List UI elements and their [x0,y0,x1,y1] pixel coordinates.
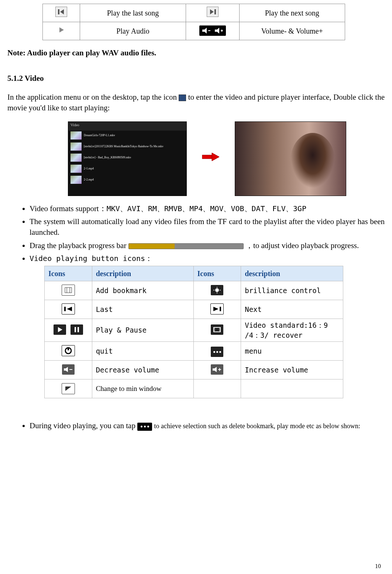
menu-icon [211,347,223,357]
during-a: During video playing, you can tap [30,421,137,430]
empty-desc-cell [241,379,343,398]
brilliance-icon [211,285,223,295]
bullet-auto-load: The system will automatically load any v… [30,216,385,238]
video-intro-a: In the application menu or on the deskto… [7,93,179,102]
svg-marker-4 [59,27,64,32]
svg-rect-3 [214,9,216,14]
file-name: 2-1.mp4 [84,166,94,171]
svg-marker-2 [210,9,214,14]
desc: Add bookmark [92,281,193,300]
prev-song-icon-cell [43,4,80,22]
svg-marker-22 [213,307,219,311]
drag-a: Drag the playback progress bar [30,241,128,250]
th-icons: Icons [45,266,92,281]
svg-marker-32 [213,367,217,372]
volume-icons-cell [186,22,239,40]
progress-bar-icon [128,243,244,249]
svg-rect-12 [65,288,72,293]
video-intro-b: to enter the video and picture player in… [188,93,333,102]
audio-icons-table: Play the last song Play the next song Pl… [42,4,345,40]
svg-rect-27 [214,327,220,332]
volume-controls-icon [199,25,226,36]
screenshots-row: Video DreamGirls-720P-L1.mkv [mvhd.tv]20… [30,121,385,196]
volume-up-icon [211,364,223,375]
svg-marker-7 [215,28,219,34]
pause-icon [71,324,83,335]
svg-rect-31 [69,369,72,370]
file-name: [mvhd.tv]20110722KBS MusicBankInTokyo Ra… [84,144,164,148]
desc: Decrease volume [92,361,193,379]
prev-song-desc: Play the last song [80,4,186,22]
file-name: 2-2.mp4 [84,178,94,182]
desc: brilliance control [241,281,343,300]
play-icon [56,25,67,35]
skip-next-icon [207,7,219,17]
svg-rect-26 [78,327,79,332]
during-b: to achieve selection such as delete book… [154,422,360,430]
svg-rect-25 [75,327,76,332]
svg-rect-23 [220,307,221,311]
th-desc: description [92,266,193,281]
last-icon [62,303,75,315]
aspect-ratio-icon [211,324,223,335]
svg-rect-20 [64,307,66,311]
svg-rect-29 [68,347,69,350]
menu-icon [137,423,152,431]
desc: Last [92,300,193,319]
desc: Play & Pause [92,319,193,342]
desc: Change to min window [92,379,193,398]
play-audio-icon-cell [43,22,80,40]
video-heading: 5.1.2 Video [7,73,385,84]
bullet-formats: Video formats support：MKV、AVI、RM、RMVB、MP… [30,203,385,214]
during-bullets: During video playing, you can tap to ach… [7,420,385,431]
svg-marker-24 [58,327,62,332]
svg-rect-0 [58,9,59,14]
svg-marker-1 [60,9,64,14]
video-icons-table: Icons description Icons description Add … [44,266,343,398]
file-name: DreamGirls-720P-L1.mkv [84,133,115,137]
desc: quit [92,342,193,361]
th-desc2: description [241,266,343,281]
drag-b: ，to adjust video playback progress. [245,241,359,250]
volume-desc: Volume- & Volume+ [239,22,345,40]
desc: Video standard:16：9 /4：3/ recover [241,319,343,342]
svg-rect-6 [208,30,210,31]
video-bullets: Video formats support：MKV、AVI、RM、RMVB、MP… [7,203,385,264]
desc: Increase volume [241,361,343,379]
screenshot-video-playing [235,121,346,196]
bullet-drag: Drag the playback progress bar ，to adjus… [30,240,385,251]
play-audio-desc: Play Audio [80,22,186,40]
formats-label: Video formats support： [30,204,107,213]
bullet-icons-intro: Video playing button icons： [30,253,385,264]
play-icon [54,324,66,335]
skip-previous-icon [55,7,67,17]
bookmark-icon [62,285,75,296]
red-arrow-icon [202,151,220,165]
desc: Next [241,300,343,319]
video-app-icon [179,94,186,101]
bullet-during: During video playing, you can tap to ach… [30,420,385,431]
svg-rect-34 [219,368,220,371]
svg-marker-35 [65,386,71,391]
formats-list: MKV、AVI、RM、RMVB、MP4、MOV、VOB、DAT、FLV、3GP [107,204,306,213]
svg-marker-21 [67,307,72,311]
svg-marker-11 [212,153,219,161]
quit-icon [62,345,75,356]
svg-marker-30 [64,367,68,372]
desc: menu [241,342,343,361]
svg-rect-10 [202,155,212,159]
svg-marker-5 [202,28,207,34]
file-name: [mvhd.tv] - Bad_Boy_KBS080509.mkv [84,155,131,159]
svg-point-15 [215,288,219,292]
next-icon [210,303,224,315]
min-window-icon [62,383,75,394]
volume-down-icon [62,364,75,375]
audio-note: Note: Audio player can play WAV audio fi… [7,48,385,58]
screenshot-title: Video [71,123,79,128]
screenshot-video-list: Video DreamGirls-720P-L1.mkv [mvhd.tv]20… [68,121,187,196]
next-song-desc: Play the next song [239,4,345,22]
next-song-icon-cell [186,4,239,22]
th-icons2: Icons [193,266,241,281]
video-intro: In the application menu or on the deskto… [7,92,385,114]
empty-icon-cell [193,379,241,398]
